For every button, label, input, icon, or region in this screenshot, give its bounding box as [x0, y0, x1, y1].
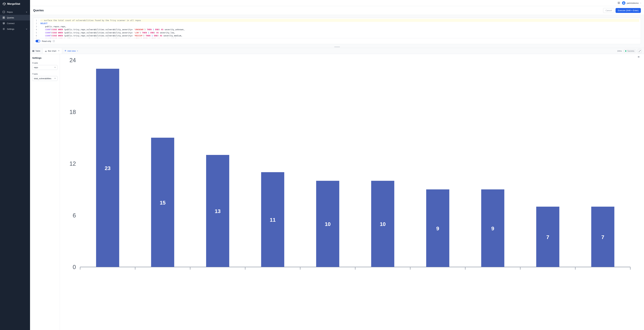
svg-text:9: 9	[491, 226, 494, 231]
chevron-down-icon	[640, 2, 642, 4]
sidebar-item-label: Connect	[7, 22, 14, 25]
query-time: 14ms	[617, 50, 622, 52]
settings-title: Settings	[32, 57, 58, 59]
status-label: Success	[627, 50, 634, 52]
logo-icon	[2, 2, 6, 6]
layers-icon	[2, 22, 5, 25]
sql-editor[interactable]: 12345678 -- surface the total count of v…	[33, 18, 641, 38]
editor-footer: Read-only	[33, 38, 641, 44]
status-pill: Success	[624, 49, 636, 53]
svg-text:0: 0	[73, 264, 76, 270]
status-area: 14ms Success	[615, 49, 644, 53]
x-axis-label: X-axis	[32, 62, 58, 64]
results: Table Bar chart Add view	[30, 48, 644, 330]
svg-text:10: 10	[325, 221, 331, 227]
svg-text:18: 18	[70, 109, 76, 115]
tab-label: Bar chart	[48, 50, 56, 52]
svg-text:11: 11	[270, 217, 276, 223]
svg-text:15: 15	[160, 200, 166, 206]
hamburger-icon[interactable]	[638, 56, 640, 59]
close-icon[interactable]	[58, 50, 60, 52]
sidebar: MergeStat Repos Queries	[0, 0, 30, 330]
tab-bar-chart[interactable]: Bar chart	[42, 48, 62, 54]
chart-area: 061218242315131110109977	[60, 54, 644, 330]
x-axis-select[interactable]: repo	[32, 65, 58, 70]
avatar	[622, 1, 626, 5]
editor-gutter: 12345678	[33, 18, 39, 38]
info-icon[interactable]	[53, 40, 55, 42]
svg-point-3	[624, 2, 624, 3]
read-only-label: Read-only	[42, 40, 51, 42]
bar-chart-icon	[45, 50, 47, 52]
svg-text:9: 9	[436, 226, 439, 231]
editor-code[interactable]: -- surface the total count of vulnerabil…	[39, 18, 641, 38]
plus-icon	[64, 50, 66, 52]
main: patrickdevivo Queries Cancel Execute (Sh…	[30, 0, 644, 330]
header-actions: Cancel Execute (Shift + Enter)	[603, 8, 641, 13]
results-body: Settings X-axis repo Y-axis total_vulner…	[30, 54, 644, 330]
results-header: Table Bar chart Add view	[30, 48, 644, 54]
svg-text:6: 6	[73, 212, 76, 219]
svg-text:7: 7	[546, 234, 549, 240]
expand-button[interactable]	[638, 49, 642, 53]
bar-chart: 061218242315131110109977	[61, 56, 641, 278]
caret-down-icon	[54, 66, 56, 69]
check-icon	[625, 50, 626, 52]
page-title: Queries	[33, 9, 44, 12]
cancel-button[interactable]: Cancel	[603, 8, 614, 13]
chart-settings-panel: Settings X-axis repo Y-axis total_vulner…	[30, 54, 60, 330]
caret-down-icon	[54, 77, 56, 80]
svg-text:7: 7	[602, 234, 604, 240]
sidebar-item-label: Queries	[7, 17, 14, 19]
sidebar-item-label: Repos	[7, 11, 13, 13]
sidebar-nav: Repos Queries Connect	[0, 8, 30, 33]
app-name: MergeStat	[7, 2, 20, 6]
editor-container: 12345678 -- surface the total count of v…	[30, 15, 644, 46]
svg-point-2	[4, 29, 4, 30]
chevron-down-icon	[26, 11, 28, 13]
y-axis-select[interactable]: total_vulnerabilities	[32, 76, 58, 81]
svg-rect-5	[32, 50, 34, 52]
select-value: total_vulnerabilities	[34, 77, 52, 80]
sidebar-item-settings[interactable]: Settings	[0, 26, 30, 32]
user-menu[interactable]: patrickdevivo	[622, 1, 642, 5]
add-view-label: Add view	[68, 50, 76, 52]
svg-text:23: 23	[105, 165, 110, 171]
add-view-button[interactable]: Add view	[62, 48, 80, 54]
repo-icon	[2, 11, 5, 13]
svg-text:13: 13	[215, 208, 220, 214]
sidebar-header: MergeStat	[0, 0, 30, 8]
play-square-icon	[2, 16, 5, 19]
editor-frame: 12345678 -- surface the total count of v…	[33, 18, 641, 44]
svg-text:12: 12	[70, 160, 76, 167]
sidebar-item-repos[interactable]: Repos	[0, 9, 30, 15]
y-axis-label: Y-axis	[32, 73, 58, 75]
read-only-toggle[interactable]	[36, 40, 40, 42]
svg-text:24: 24	[70, 57, 76, 63]
topbar: patrickdevivo	[30, 0, 644, 6]
select-value: repo	[34, 66, 38, 69]
gear-icon	[2, 28, 5, 30]
sidebar-item-queries[interactable]: Queries	[0, 15, 30, 21]
drag-handle[interactable]	[30, 46, 644, 48]
chevron-down-icon	[26, 28, 28, 30]
sidebar-item-label: Settings	[7, 28, 14, 30]
table-icon	[32, 50, 34, 52]
sidebar-item-connect[interactable]: Connect	[0, 21, 30, 26]
book-icon[interactable]	[618, 2, 620, 4]
tab-label: Table	[36, 50, 40, 52]
tab-table[interactable]: Table	[30, 48, 42, 54]
svg-text:10: 10	[380, 221, 386, 227]
execute-button[interactable]: Execute (Shift + Enter)	[616, 8, 641, 13]
user-name: patrickdevivo	[627, 2, 639, 4]
svg-rect-0	[3, 11, 5, 13]
chevron-down-icon	[77, 50, 78, 52]
page-header: Queries Cancel Execute (Shift + Enter)	[30, 6, 644, 15]
